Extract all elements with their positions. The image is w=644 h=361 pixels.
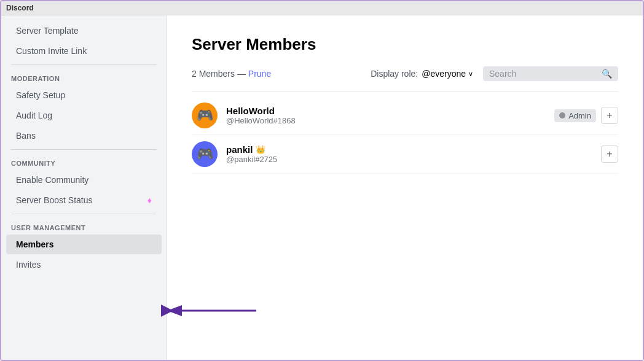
section-label-community: COMMUNITY bbox=[1, 153, 167, 169]
page-title: Server Members bbox=[192, 35, 618, 54]
member-row: 🎮 pankil 👑 @pankil#2725 + bbox=[192, 135, 618, 174]
sidebar-item-invites[interactable]: Invites bbox=[6, 255, 162, 274]
svg-marker-2 bbox=[161, 305, 173, 317]
title-bar: Discord bbox=[1, 1, 643, 15]
members-count: 2 Members — Prune bbox=[192, 69, 271, 79]
avatar-pankil: 🎮 bbox=[192, 141, 218, 167]
display-role-label: Display role: bbox=[371, 69, 418, 79]
member-info-helloworld: HelloWorld @HelloWorld#1868 bbox=[226, 106, 546, 125]
discord-avatar-icon: 🎮 bbox=[197, 146, 213, 162]
sidebar-item-safety-setup[interactable]: Safety Setup bbox=[6, 85, 162, 105]
divider-2 bbox=[11, 149, 157, 150]
divider-3 bbox=[11, 214, 157, 214]
add-role-button-pankil[interactable]: + bbox=[601, 146, 618, 163]
crown-icon: 👑 bbox=[256, 145, 265, 154]
display-role-area: Display role: @everyone ∨ bbox=[371, 69, 473, 79]
sidebar-item-custom-invite-link[interactable]: Custom Invite Link bbox=[6, 41, 162, 61]
app-window: Discord Server Template Custom Invite Li… bbox=[0, 0, 644, 361]
member-row: 🎮 HelloWorld @HelloWorld#1868 Admin + bbox=[192, 96, 618, 135]
member-name-pankil: pankil 👑 bbox=[226, 144, 592, 155]
sidebar-item-audit-log[interactable]: Audit Log bbox=[6, 106, 162, 125]
sidebar-item-server-template[interactable]: Server Template bbox=[6, 21, 162, 41]
members-divider bbox=[192, 91, 618, 91]
sidebar-item-members[interactable]: Members bbox=[6, 235, 162, 254]
member-name-helloworld: HelloWorld bbox=[226, 106, 546, 116]
role-dot bbox=[559, 112, 565, 118]
chevron-down-icon: ∨ bbox=[468, 70, 473, 78]
arrow-annotation bbox=[161, 298, 259, 323]
search-box: 🔍 bbox=[483, 66, 618, 81]
search-icon: 🔍 bbox=[602, 69, 612, 79]
section-label-moderation: MODERATION bbox=[1, 69, 167, 85]
role-badge-admin: Admin bbox=[554, 109, 596, 122]
app-title: Discord bbox=[6, 4, 34, 12]
member-tag-helloworld: @HelloWorld#1868 bbox=[226, 116, 546, 125]
prune-link[interactable]: Prune bbox=[248, 69, 271, 79]
section-label-user-management: USER MANAGEMENT bbox=[1, 218, 167, 234]
add-role-button-helloworld[interactable]: + bbox=[601, 107, 618, 124]
member-roles-helloworld: Admin + bbox=[554, 107, 618, 124]
member-tag-pankil: @pankil#2725 bbox=[226, 155, 592, 164]
discord-avatar-icon: 🎮 bbox=[197, 107, 213, 123]
role-selector[interactable]: @everyone ∨ bbox=[422, 69, 473, 79]
sidebar: Server Template Custom Invite Link MODER… bbox=[1, 15, 167, 360]
search-input[interactable] bbox=[489, 69, 598, 79]
member-info-pankil: pankil 👑 @pankil#2725 bbox=[226, 144, 592, 164]
sidebar-item-enable-community[interactable]: Enable Community bbox=[6, 170, 162, 190]
sidebar-item-bans[interactable]: Bans bbox=[6, 126, 162, 146]
members-toolbar: 2 Members — Prune Display role: @everyon… bbox=[192, 66, 618, 81]
avatar-helloworld: 🎮 bbox=[192, 103, 218, 128]
divider-1 bbox=[11, 64, 157, 65]
sidebar-item-server-boost-status[interactable]: Server Boost Status ♦ bbox=[6, 190, 162, 210]
boost-icon: ♦ bbox=[147, 195, 152, 205]
member-roles-pankil: + bbox=[601, 146, 618, 163]
